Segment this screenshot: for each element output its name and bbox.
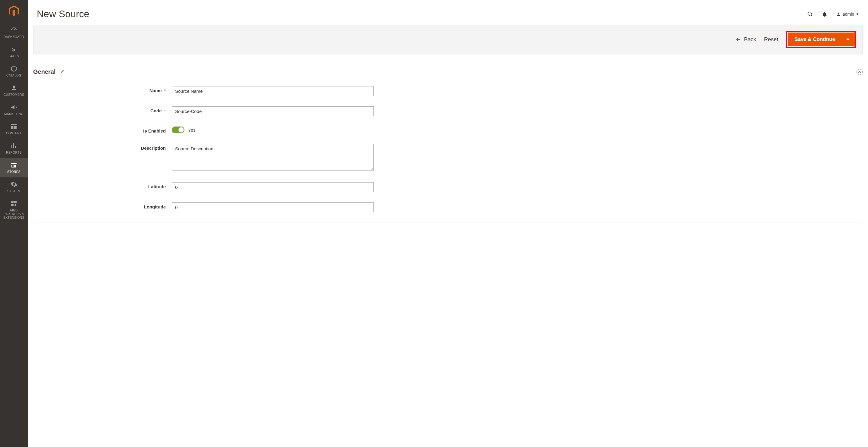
sidebar-item-content[interactable]: CONTENT bbox=[0, 120, 28, 139]
sidebar-item-dashboard[interactable]: DASHBOARD bbox=[0, 23, 28, 42]
sidebar-item-label: SYSTEM bbox=[1, 189, 27, 193]
sidebar-item-sales[interactable]: SALES bbox=[0, 42, 28, 62]
required-indicator: * bbox=[164, 88, 166, 93]
description-input[interactable] bbox=[172, 144, 374, 171]
toggle-knob bbox=[179, 127, 184, 132]
enabled-label: Is Enabled bbox=[143, 128, 166, 133]
user-menu[interactable]: admin ▼ bbox=[836, 12, 859, 17]
triangle-down-icon bbox=[846, 38, 849, 41]
sidebar-divider bbox=[6, 20, 22, 20]
latitude-input[interactable] bbox=[172, 182, 374, 192]
save-highlight: Save & Continue bbox=[786, 31, 856, 48]
sidebar-item-system[interactable]: SYSTEM bbox=[0, 178, 28, 197]
general-form: Name * Code * Is Enabled bbox=[33, 86, 863, 212]
longitude-input[interactable] bbox=[172, 202, 374, 212]
code-label: Code bbox=[150, 108, 162, 113]
sidebar-item-label: CUSTOMERS bbox=[1, 93, 27, 97]
search-icon bbox=[807, 11, 813, 17]
enabled-row: Is Enabled Yes bbox=[33, 127, 863, 133]
storefront-icon bbox=[1, 161, 27, 169]
enabled-value: Yes bbox=[188, 127, 195, 132]
code-input[interactable] bbox=[172, 106, 374, 116]
layout-icon bbox=[1, 123, 27, 130]
collapse-section-button[interactable] bbox=[857, 69, 863, 75]
sidebar-item-label: CONTENT bbox=[1, 132, 27, 135]
action-bar: Back Reset Save & Continue bbox=[33, 25, 863, 54]
gear-icon bbox=[1, 181, 27, 188]
user-name: admin bbox=[843, 12, 854, 17]
dashboard-icon bbox=[1, 26, 27, 34]
description-row: Description bbox=[33, 144, 863, 172]
magento-logo[interactable] bbox=[8, 5, 20, 17]
description-label: Description bbox=[141, 146, 166, 151]
chevron-up-icon bbox=[858, 70, 861, 73]
bell-icon bbox=[822, 11, 828, 17]
search-button[interactable] bbox=[807, 11, 813, 17]
header-tools: admin ▼ bbox=[807, 11, 859, 17]
sidebar-item-reports[interactable]: REPORTS bbox=[0, 139, 28, 158]
reset-label: Reset bbox=[764, 36, 778, 43]
required-indicator: * bbox=[164, 108, 166, 113]
sidebar-item-catalog[interactable]: CATALOG bbox=[0, 62, 28, 81]
dollar-icon bbox=[1, 45, 27, 53]
blocks-icon bbox=[1, 200, 27, 207]
main-content: New Source admin ▼ Back Reset Save & Con… bbox=[28, 0, 868, 223]
back-label: Back bbox=[744, 36, 756, 43]
pencil-icon bbox=[60, 69, 64, 73]
section-divider bbox=[33, 223, 863, 223]
notifications-button[interactable] bbox=[822, 11, 828, 17]
sidebar-item-partners[interactable]: FIND PARTNERS & EXTENSIONS bbox=[0, 197, 28, 223]
sidebar-item-label: CATALOG bbox=[1, 74, 27, 77]
code-row: Code * bbox=[33, 106, 863, 116]
sidebar-item-label: FIND PARTNERS & EXTENSIONS bbox=[1, 209, 27, 220]
sidebar-item-label: DASHBOARD bbox=[1, 35, 27, 39]
name-input[interactable] bbox=[172, 86, 374, 96]
edit-section-button[interactable] bbox=[60, 69, 64, 75]
sidebar-item-label: STORES bbox=[1, 170, 27, 174]
section-title: General bbox=[33, 68, 56, 75]
enabled-toggle[interactable] bbox=[172, 127, 184, 133]
sidebar-item-label: SALES bbox=[1, 55, 27, 58]
arrow-left-icon bbox=[736, 37, 741, 42]
back-button[interactable]: Back bbox=[736, 36, 756, 43]
page-title: New Source bbox=[37, 8, 89, 20]
box-icon bbox=[1, 65, 27, 73]
longitude-row: Longitude bbox=[33, 202, 863, 212]
person-icon bbox=[1, 84, 27, 92]
sidebar-item-stores[interactable]: STORES bbox=[0, 158, 28, 178]
reset-button[interactable]: Reset bbox=[764, 36, 778, 43]
page-header: New Source admin ▼ bbox=[28, 0, 868, 25]
bars-icon bbox=[1, 142, 27, 150]
save-dropdown-button[interactable] bbox=[842, 33, 854, 46]
caret-down-icon: ▼ bbox=[856, 12, 859, 15]
sidebar-item-customers[interactable]: CUSTOMERS bbox=[0, 81, 28, 100]
latitude-label: Latitude bbox=[148, 184, 166, 189]
latitude-row: Latitude bbox=[33, 182, 863, 192]
megaphone-icon bbox=[1, 103, 27, 111]
general-section: General Name * Code bbox=[33, 68, 863, 212]
user-icon bbox=[836, 12, 841, 17]
save-continue-button[interactable]: Save & Continue bbox=[788, 33, 842, 46]
sidebar-item-label: MARKETING bbox=[1, 113, 27, 116]
sidebar-item-label: REPORTS bbox=[1, 151, 27, 155]
sidebar-item-marketing[interactable]: MARKETING bbox=[0, 100, 28, 120]
longitude-label: Longitude bbox=[144, 204, 166, 209]
name-label: Name bbox=[150, 88, 162, 93]
section-head: General bbox=[33, 68, 863, 78]
name-row: Name * bbox=[33, 86, 863, 96]
admin-sidebar: DASHBOARD SALES CATALOG CUSTOMERS MARKET… bbox=[0, 0, 28, 223]
